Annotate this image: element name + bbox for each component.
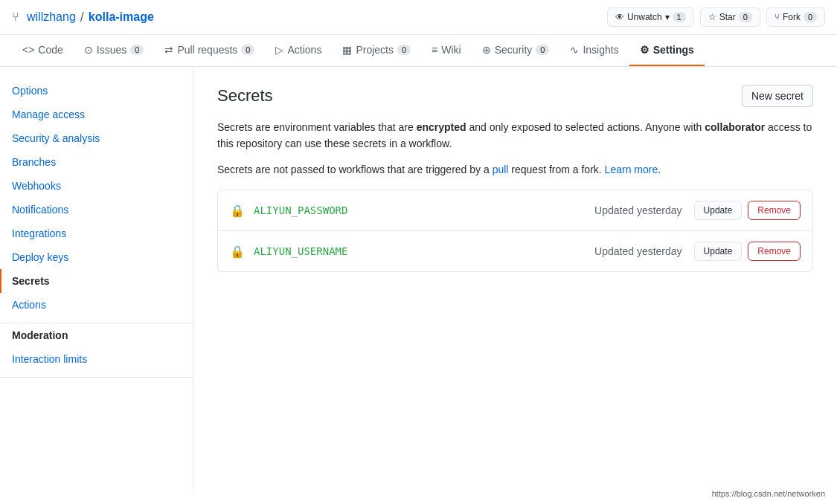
remove-button[interactable]: Remove [748,242,801,261]
sidebar-item-notifications[interactable]: Notifications [0,198,193,222]
unwatch-count: 1 [673,12,686,22]
unwatch-label: Unwatch [627,12,662,22]
tab-wiki-label: Wiki [441,44,461,56]
tab-security[interactable]: ⊕ Security 0 [472,35,560,66]
lock-icon: 🔒 [230,245,245,259]
star-button[interactable]: ☆ Star 0 [700,7,760,27]
top-bar-actions: 👁 Unwatch ▾ 1 ☆ Star 0 ⑂ Fork 0 [607,7,825,27]
pr-badge: 0 [241,45,254,55]
secrets-list: 🔒 ALIYUN_PASSWORD Updated yesterday Upda… [217,190,813,272]
projects-icon: ▦ [342,44,352,56]
table-row: 🔒 ALIYUN_PASSWORD Updated yesterday Upda… [218,190,812,231]
page-header: Secrets New secret [217,85,813,107]
main-layout: Options Manage access Security & analysi… [0,67,837,489]
tab-issues-label: Issues [97,44,126,56]
description-2: Secrets are not passed to workflows that… [217,161,813,178]
security-badge: 0 [536,45,549,55]
secret-name: ALIYUN_PASSWORD [254,204,594,216]
sidebar-item-integrations[interactable]: Integrations [0,222,193,245]
nav-tabs: <> Code ⊙ Issues 0 ⇄ Pull requests 0 ▷ A… [0,35,837,67]
sidebar-item-branches[interactable]: Branches [0,150,193,174]
tab-pr-label: Pull requests [177,44,237,56]
sidebar-item-options[interactable]: Options [0,79,193,103]
repo-org-link[interactable]: willzhang [27,10,76,24]
tab-wiki[interactable]: ≡ Wiki [421,35,472,66]
sidebar-item-secrets[interactable]: Secrets [0,269,193,293]
tab-code[interactable]: <> Code [12,35,74,66]
learn-more-link[interactable]: Learn more [605,164,658,175]
sidebar-item-webhooks[interactable]: Webhooks [0,174,193,198]
tab-pull-requests[interactable]: ⇄ Pull requests 0 [154,35,265,66]
security-icon: ⊕ [482,44,491,56]
actions-icon: ▷ [275,44,283,56]
sidebar-item-security-analysis[interactable]: Security & analysis [0,126,193,150]
desc2-pre: Secrets are not passed to workflows that… [217,164,493,175]
projects-badge: 0 [397,45,411,55]
repo-name-link[interactable]: kolla-image [89,10,154,24]
code-icon: <> [22,44,34,56]
pull-link[interactable]: pull [493,164,509,175]
unwatch-button[interactable]: 👁 Unwatch ▾ 1 [607,7,694,27]
fork-count: 0 [804,12,817,22]
top-bar: ⑂ willzhang / kolla-image 👁 Unwatch ▾ 1 … [0,0,837,35]
secret-updated: Updated yesterday [594,204,682,216]
table-row: 🔒 ALIYUN_USERNAME Updated yesterday Upda… [218,231,812,271]
fork-label: Fork [783,12,801,22]
desc2-mid: request from a fork. [508,164,604,175]
eye-icon: 👁 [615,12,624,22]
star-icon: ☆ [708,12,716,22]
secret-actions: Update Remove [694,201,801,220]
fork-button[interactable]: ⑂ Fork 0 [766,7,825,27]
wiki-icon: ≡ [432,44,437,56]
tab-code-label: Code [38,44,62,56]
tab-settings[interactable]: ⚙ Settings [629,35,705,66]
tab-actions[interactable]: ▷ Actions [265,35,332,66]
main-content: Secrets New secret Secrets are environme… [193,67,837,489]
description-1: Secrets are environment variables that a… [217,119,813,152]
secret-updated: Updated yesterday [594,245,682,257]
settings-icon: ⚙ [640,44,650,56]
update-button[interactable]: Update [694,201,743,220]
star-count: 0 [739,12,752,22]
update-button[interactable]: Update [694,242,743,261]
star-label: Star [719,12,736,22]
tab-insights[interactable]: ∿ Insights [559,35,629,66]
secret-actions: Update Remove [694,242,801,261]
desc1-bold1: encrypted [417,121,466,133]
moderation-group-label: Moderation [0,323,193,347]
repo-title: ⑂ willzhang / kolla-image [12,10,154,25]
desc2-post: . [658,164,661,175]
lock-icon: 🔒 [230,204,245,218]
secret-name: ALIYUN_USERNAME [254,245,594,257]
sidebar-section-main: Options Manage access Security & analysi… [0,79,193,323]
page-title: Secrets [217,86,273,106]
issues-icon: ⊙ [84,44,93,56]
desc1-pre: Secrets are environment variables that a… [217,121,417,133]
repo-icon: ⑂ [12,10,19,24]
tab-security-label: Security [495,44,533,56]
fork-icon: ⑂ [775,12,780,22]
insights-icon: ∿ [570,44,579,56]
sidebar: Options Manage access Security & analysi… [0,67,193,489]
desc1-mid1: and only exposed to selected actions. An… [466,121,705,133]
tab-projects[interactable]: ▦ Projects 0 [332,35,421,66]
tab-settings-label: Settings [653,44,694,56]
sidebar-item-manage-access[interactable]: Manage access [0,103,193,126]
remove-button[interactable]: Remove [748,201,801,220]
new-secret-button[interactable]: New secret [742,85,813,107]
chevron-down-icon: ▾ [665,12,670,22]
tab-actions-label: Actions [287,44,321,56]
sidebar-item-interaction-limits[interactable]: Interaction limits [0,347,193,371]
issues-badge: 0 [130,45,144,55]
tab-issues[interactable]: ⊙ Issues 0 [74,35,155,66]
sidebar-item-actions[interactable]: Actions [0,293,193,317]
sidebar-section-moderation: Moderation Interaction limits [0,323,193,378]
pr-icon: ⇄ [164,44,173,56]
repo-separator: / [80,10,84,25]
tab-insights-label: Insights [583,44,618,56]
desc1-bold2: collaborator [705,121,765,133]
tab-projects-label: Projects [356,44,394,56]
sidebar-item-deploy-keys[interactable]: Deploy keys [0,245,193,269]
